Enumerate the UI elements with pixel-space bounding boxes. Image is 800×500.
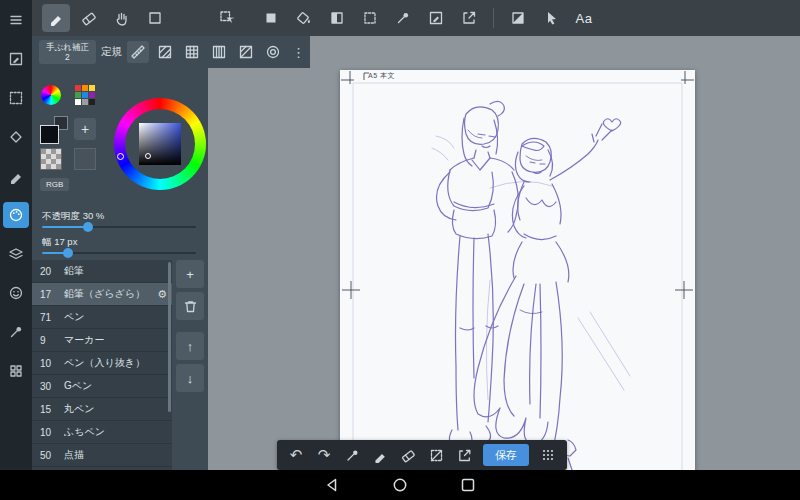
brush-list-scrollbar[interactable]: [168, 262, 171, 412]
quick-pen-button[interactable]: [367, 442, 393, 468]
perspective-ruler-button[interactable]: [235, 41, 257, 63]
grid-ruler-button[interactable]: [181, 41, 203, 63]
pen-icon: [373, 448, 388, 463]
select-dashed-tool-button[interactable]: [356, 4, 384, 32]
brush-name: 丸ペン: [64, 402, 94, 416]
layers-strip-button[interactable]: [3, 241, 29, 267]
ruler-snap-button[interactable]: [127, 41, 149, 63]
delete-brush-button[interactable]: [176, 292, 204, 320]
brush-name: 鉛筆（ざらざら）: [64, 287, 145, 301]
canvas-edit-tool-button[interactable]: [422, 4, 450, 32]
undo-button[interactable]: ↶: [283, 442, 309, 468]
move-brush-down-button[interactable]: ↓: [176, 364, 204, 392]
brush-list-item[interactable]: 71 ペン: [32, 306, 172, 329]
brush-list-item[interactable]: 50 点描: [32, 444, 172, 467]
eyedropper-icon: [345, 448, 360, 463]
hue-wheel-mode-button[interactable]: [40, 84, 62, 106]
move-brush-up-button[interactable]: ↑: [176, 332, 204, 360]
gradient-square-icon: [329, 10, 345, 26]
brush-list-item[interactable]: 9 マーカー: [32, 329, 172, 352]
color-palette-strip-button[interactable]: [3, 202, 29, 228]
materials-strip-button[interactable]: [3, 358, 29, 384]
eraser-tool-button[interactable]: [75, 4, 103, 32]
color-mode-button[interactable]: RGB: [40, 178, 69, 191]
brush-size: 17: [40, 289, 64, 300]
vertical-ruler-button[interactable]: [208, 41, 230, 63]
opacity-slider-handle[interactable]: [83, 222, 93, 232]
shape-fill-tool-button[interactable]: [257, 4, 285, 32]
transform-strip-button[interactable]: [3, 124, 29, 150]
android-nav-bar: [0, 470, 800, 500]
gradient-tool-button[interactable]: [323, 4, 351, 32]
share-button[interactable]: [455, 4, 483, 32]
home-button[interactable]: [393, 478, 407, 492]
brush-size: 9: [40, 335, 64, 346]
deselect-icon: [429, 448, 444, 463]
dots-grid-icon: [541, 448, 555, 462]
smiley-face-icon: [8, 285, 24, 301]
width-slider[interactable]: [42, 252, 196, 254]
text-tool-label: Aa: [576, 11, 593, 26]
menu-button[interactable]: [3, 7, 29, 33]
secondary-swatch[interactable]: [74, 148, 96, 170]
brush-settings-gear-icon[interactable]: ⚙: [157, 283, 167, 305]
bucket-tool-button[interactable]: [290, 4, 318, 32]
brush-name: ペン: [64, 310, 84, 324]
rect-select-tool-button[interactable]: [141, 4, 169, 32]
more-options-button[interactable]: ⋮: [289, 45, 308, 60]
brush-list-item[interactable]: 17 鉛筆（ざらざら） ⚙: [32, 283, 172, 306]
width-slider-handle[interactable]: [63, 248, 73, 258]
hamburger-icon: [8, 12, 24, 28]
brush-list-item[interactable]: 30 Gペン: [32, 375, 172, 398]
pen-tool-button[interactable]: [42, 4, 70, 32]
redo-button[interactable]: ↷: [311, 442, 337, 468]
paint-bucket-icon: [296, 10, 312, 26]
brush-list-item[interactable]: 10 ふちペン: [32, 421, 172, 444]
recents-button[interactable]: [461, 478, 475, 492]
brush-list-item[interactable]: 10 ペン（入り抜き）: [32, 352, 172, 375]
sketch-drawing: [340, 70, 695, 470]
save-button[interactable]: 保存: [483, 444, 529, 466]
parallel-ruler-button[interactable]: [154, 41, 176, 63]
eyedropper-tool-button[interactable]: [389, 4, 417, 32]
tone-tool-button[interactable]: [504, 4, 532, 32]
brush-strip-button[interactable]: [3, 163, 29, 189]
add-brush-button[interactable]: +: [176, 260, 204, 288]
add-color-button[interactable]: +: [74, 118, 96, 140]
transparent-color-swatch[interactable]: [40, 148, 62, 170]
back-button[interactable]: [325, 478, 339, 492]
toolbar-drag-handle[interactable]: [535, 442, 561, 468]
stabilization-button[interactable]: 手ぶれ補正 2: [39, 40, 96, 64]
brush-size: 50: [40, 450, 64, 461]
eyedropper-strip-button[interactable]: [3, 319, 29, 345]
foreground-color-swatch[interactable]: [40, 116, 68, 144]
deselect-button[interactable]: [423, 442, 449, 468]
hand-tool-button[interactable]: [108, 4, 136, 32]
brush-list-item[interactable]: 15 丸ペン: [32, 398, 172, 421]
opacity-slider[interactable]: [42, 226, 196, 228]
sv-marker[interactable]: [145, 153, 151, 159]
hue-marker[interactable]: [117, 153, 124, 160]
diagonal-stripes-icon: [157, 44, 173, 60]
export-button[interactable]: [451, 442, 477, 468]
canvas-area[interactable]: A5 本文 ↶ ↷ 保存: [208, 36, 800, 470]
select-tool-strip-button[interactable]: [3, 85, 29, 111]
brush-list-item[interactable]: 20 鉛筆: [32, 260, 172, 283]
emote-strip-button[interactable]: [3, 280, 29, 306]
color-wheel[interactable]: [114, 98, 206, 190]
saturation-value-square[interactable]: [139, 123, 181, 165]
brush-name: ペン（入り抜き）: [64, 356, 145, 370]
hand-icon: [114, 10, 130, 26]
palette-grid-mode-button[interactable]: [74, 84, 96, 106]
transform-tool-button[interactable]: [213, 4, 241, 32]
quick-eraser-button[interactable]: [395, 442, 421, 468]
canvas-page[interactable]: A5 本文: [340, 70, 695, 470]
text-tool-button[interactable]: Aa: [570, 4, 598, 32]
cursor-tool-button[interactable]: [537, 4, 565, 32]
export-icon: [457, 448, 472, 463]
concentric-ruler-button[interactable]: [262, 41, 284, 63]
edit-box-icon: [428, 10, 444, 26]
edit-canvas-button[interactable]: [3, 46, 29, 72]
filled-square-icon: [263, 10, 279, 26]
quick-eyedropper-button[interactable]: [339, 442, 365, 468]
